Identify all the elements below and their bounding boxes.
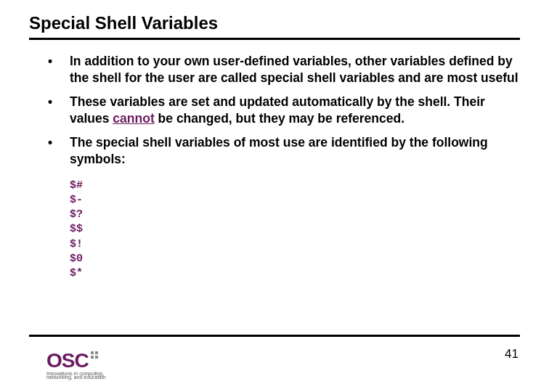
bullet-text: In addition to your own user-defined var… [70,54,518,85]
footer-divider [29,335,520,337]
bullet-list: In addition to your own user-defined var… [29,53,520,168]
symbol-list: $# $- $? $$ $! $0 $* [29,179,520,282]
osc-logo: OSC Innovations in computing, networking… [46,349,106,380]
logo-dots-icon [91,351,98,359]
symbol: $? [70,208,520,222]
title-divider [29,38,520,40]
symbol: $$ [70,222,520,237]
bullet-text-post: be changed, but they may be referenced. [155,111,404,126]
logo-text: OSC [46,349,89,372]
symbol: $- [70,193,520,208]
slide-title: Special Shell Variables [29,13,520,33]
bullet-item: The special shell variables of most use … [48,134,520,168]
symbol: $# [70,179,520,193]
symbol: $* [70,266,520,281]
symbol: $! [70,237,520,252]
bullet-item: These variables are set and updated auto… [48,94,520,127]
bullet-text: The special shell variables of most use … [70,135,488,166]
logo-main: OSC [46,349,98,372]
emphasis-cannot: cannot [113,111,154,126]
bullet-item: In addition to your own user-defined var… [48,53,520,86]
logo-tagline-2: networking, and education [46,375,106,380]
page-number: 41 [505,347,518,362]
symbol: $0 [70,252,520,266]
